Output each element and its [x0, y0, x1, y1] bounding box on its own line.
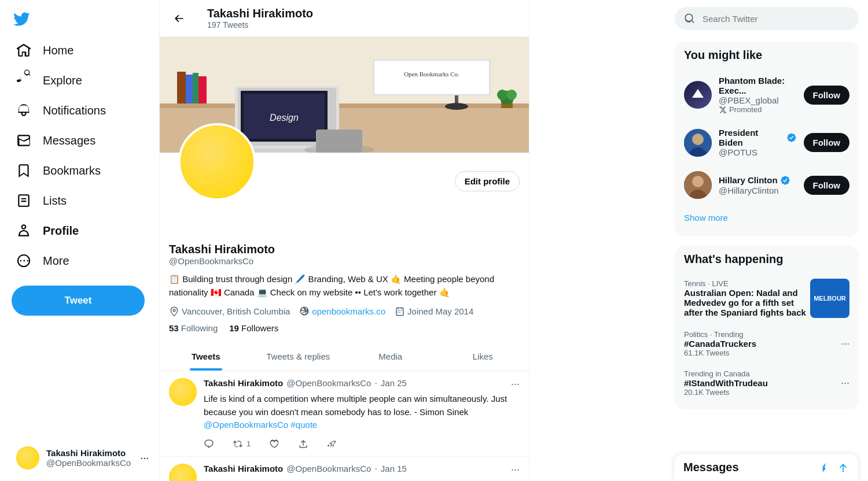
suggest-avatar-biden — [684, 129, 712, 157]
sidebar: Home Explore Notifications Messages — [0, 0, 159, 481]
tweets-list: Takashi Hirakimoto @OpenBookmarksCo · Ja… — [160, 371, 529, 481]
stats-button[interactable] — [327, 439, 337, 449]
svg-rect-21 — [374, 60, 490, 95]
you-might-like-title: You might like — [684, 49, 849, 62]
tweet-text: My worst day is still awesome. I know th… — [204, 478, 520, 482]
sidebar-item-messages[interactable]: Messages — [7, 126, 152, 155]
tweet-button[interactable]: Tweet — [12, 286, 145, 316]
svg-text:Design: Design — [270, 113, 299, 123]
following-label: Following — [181, 323, 218, 333]
back-button[interactable] — [169, 9, 189, 28]
tab-tweets-replies[interactable]: Tweets & replies — [252, 342, 345, 371]
follow-button-hillary[interactable]: Follow — [804, 176, 850, 195]
messages-label: Messages — [43, 134, 95, 147]
verified-badge — [786, 132, 797, 143]
tweet-text: Life is kind of a competition where mult… — [204, 393, 520, 432]
reply-button[interactable] — [204, 439, 214, 449]
messages-widget[interactable]: Messages — [674, 453, 859, 481]
sidebar-item-home[interactable]: Home — [7, 36, 152, 65]
retweet-button[interactable]: 1 — [233, 439, 251, 449]
suggestion-pbex: Phantom Blade: Exec... @PBEX_global Prom… — [684, 69, 849, 121]
show-more-link[interactable]: Show more — [684, 206, 849, 230]
tab-tweets[interactable]: Tweets — [160, 342, 252, 371]
svg-rect-24 — [316, 130, 362, 153]
svg-rect-6 — [198, 76, 207, 103]
suggestion-hillary: Hillary Clinton @HillaryClinton Follow — [684, 164, 849, 206]
like-button[interactable] — [269, 439, 279, 449]
tweet-hashtags[interactable]: @OpenBookmarksCo #quote — [204, 420, 317, 430]
tweet-handle: @OpenBookmarksCo — [286, 464, 371, 473]
tweet-handle: @OpenBookmarksCo — [286, 378, 371, 388]
followers-stat[interactable]: 19 Followers — [229, 323, 278, 333]
trending-count: 20.1K Tweets — [684, 388, 768, 397]
trending-more-button[interactable]: ··· — [841, 377, 849, 389]
topbar-name: Takashi Hirakimoto — [207, 7, 313, 20]
user-footer[interactable]: Takashi Hirakimoto @OpenBookmarksCo ··· — [7, 439, 152, 476]
sidebar-item-more[interactable]: More — [7, 246, 152, 275]
list-icon — [16, 193, 31, 208]
tweet-more-button[interactable]: ··· — [511, 378, 520, 390]
profile-bio: 📋 Building trust through design 🖊️ Brand… — [169, 273, 520, 299]
profile-avatar — [178, 123, 256, 201]
share-button[interactable] — [298, 439, 308, 449]
verified-badge — [780, 175, 790, 186]
profile-topbar: Takashi Hirakimoto 197 Tweets — [160, 0, 529, 37]
location-meta: Vancouver, British Columbia — [169, 306, 290, 316]
following-stat[interactable]: 53 Following — [169, 323, 218, 333]
trending-topic: #CanadaTruckers — [684, 339, 756, 349]
more-icon — [16, 253, 31, 268]
tweet-avatar — [169, 464, 197, 482]
search-bar[interactable] — [675, 7, 859, 30]
svg-point-26 — [692, 134, 704, 145]
suggest-handle-hillary: @HillaryClinton — [719, 186, 797, 195]
follow-button-pbex[interactable]: Follow — [804, 86, 850, 105]
collapse-messages-icon[interactable] — [837, 462, 849, 473]
footer-more-icon: ··· — [140, 452, 149, 464]
svg-rect-3 — [177, 72, 186, 103]
sidebar-item-profile[interactable]: Profile — [7, 216, 152, 245]
sidebar-item-notifications[interactable]: Notifications — [7, 96, 152, 125]
svg-rect-4 — [186, 75, 193, 103]
trending-category: Trending in Canada — [684, 369, 768, 378]
follow-button-biden[interactable]: Follow — [804, 133, 850, 152]
trending-image: MELBOUR — [810, 279, 849, 318]
search-input[interactable] — [703, 14, 849, 24]
trending-more-button[interactable]: ··· — [841, 338, 849, 350]
tweet-more-button[interactable]: ··· — [511, 464, 520, 476]
following-count: 53 — [169, 323, 179, 333]
trending-category: Tennis · LIVE — [684, 279, 810, 288]
sidebar-item-explore[interactable]: Explore — [7, 66, 152, 95]
followers-count: 19 — [229, 323, 239, 333]
tab-likes[interactable]: Likes — [437, 342, 529, 371]
tweet-actions: 1 — [204, 439, 520, 449]
sidebar-item-lists[interactable]: Lists — [7, 186, 152, 215]
profile-meta: Vancouver, British Columbia openbookmark… — [169, 306, 520, 316]
sidebar-item-bookmarks[interactable]: Bookmarks — [7, 156, 152, 185]
svg-text:Open Bookmarks Co.: Open Bookmarks Co. — [404, 71, 459, 77]
trending-topic: #IStandWithTrudeau — [684, 378, 768, 388]
notifications-label: Notifications — [43, 104, 106, 117]
svg-point-16 — [445, 103, 468, 110]
messages-header[interactable]: Messages — [674, 454, 858, 481]
tab-media[interactable]: Media — [344, 342, 437, 371]
profile-tabs: Tweets Tweets & replies Media Likes — [160, 342, 529, 371]
lists-label: Lists — [43, 194, 67, 208]
tweet-name: Takashi Hirakimoto — [204, 378, 283, 388]
tweet-date: Jan 15 — [381, 464, 407, 473]
profile-label: Profile — [43, 224, 79, 238]
joined-text: Joined May 2014 — [407, 306, 473, 316]
you-might-like-widget: You might like Phantom Blade: Exec... @P… — [675, 42, 859, 236]
website-meta[interactable]: openbookmarks.co — [299, 306, 385, 316]
twitter-logo[interactable] — [7, 5, 36, 34]
compose-message-icon[interactable] — [821, 462, 833, 473]
followers-label-text: Followers — [241, 323, 278, 333]
tweet-item: Takashi Hirakimoto @OpenBookmarksCo · Ja… — [160, 457, 529, 482]
joined-meta: Joined May 2014 — [395, 306, 473, 316]
main-content: Takashi Hirakimoto 197 Tweets Design — [159, 0, 529, 481]
website-link[interactable]: openbookmarks.co — [312, 306, 385, 316]
edit-profile-button[interactable]: Edit profile — [455, 171, 520, 191]
explore-icon — [16, 73, 31, 88]
right-sidebar: You might like Phantom Blade: Exec... @P… — [665, 0, 868, 481]
footer-avatar — [16, 446, 39, 469]
footer-handle: @OpenBookmarksCo — [46, 458, 131, 468]
